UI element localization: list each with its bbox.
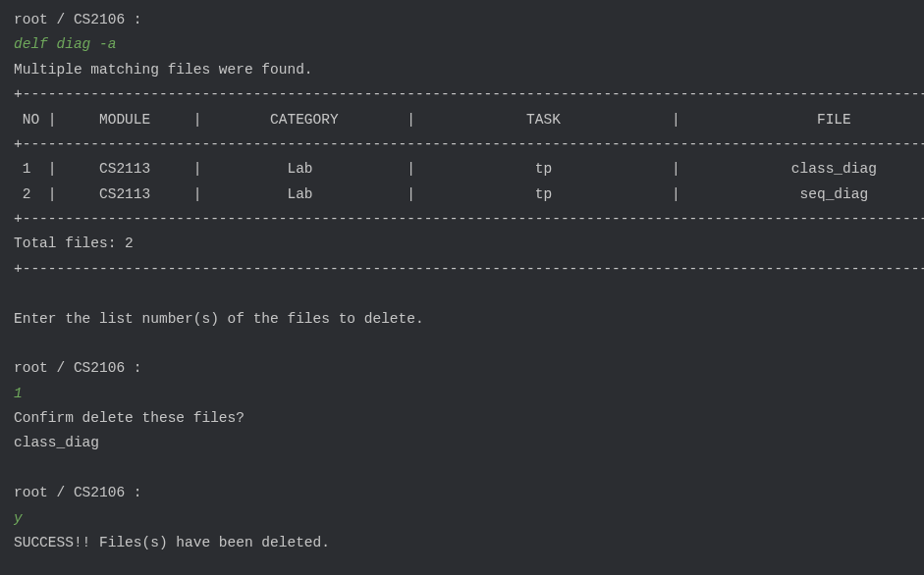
table-header: NO | MODULE | CATEGORY | TASK | FILE: [14, 108, 910, 132]
output-message: Multiple matching files were found.: [14, 58, 910, 82]
total-files: Total files: 2: [14, 232, 910, 256]
blank-line: [14, 456, 910, 481]
output-message: Confirm delete these files?: [14, 406, 910, 431]
terminal-output: root / CS2106 : delf diag -a Multiple ma…: [14, 8, 910, 555]
user-input[interactable]: y: [14, 506, 910, 531]
blank-line: [14, 282, 910, 306]
prompt-line: root / CS2106 :: [14, 356, 910, 381]
prompt-line: root / CS2106 :: [14, 481, 910, 505]
blank-line: [14, 332, 910, 356]
table-border: +---------------------------------------…: [14, 132, 910, 157]
table-border: +---------------------------------------…: [14, 257, 910, 282]
output-message: Enter the list number(s) of the files to…: [14, 307, 910, 332]
table-border: +---------------------------------------…: [14, 207, 910, 232]
table-row: 2 | CS2113 | Lab | tp | seq_diag: [14, 183, 910, 207]
file-name: class_diag: [14, 431, 910, 455]
command-input[interactable]: delf diag -a: [14, 32, 910, 57]
prompt-line: root / CS2106 :: [14, 8, 910, 32]
success-message: SUCCESS!! Files(s) have been deleted.: [14, 531, 910, 555]
table-row: 1 | CS2113 | Lab | tp | class_diag: [14, 157, 910, 182]
user-input[interactable]: 1: [14, 382, 910, 406]
table-border: +---------------------------------------…: [14, 82, 910, 107]
